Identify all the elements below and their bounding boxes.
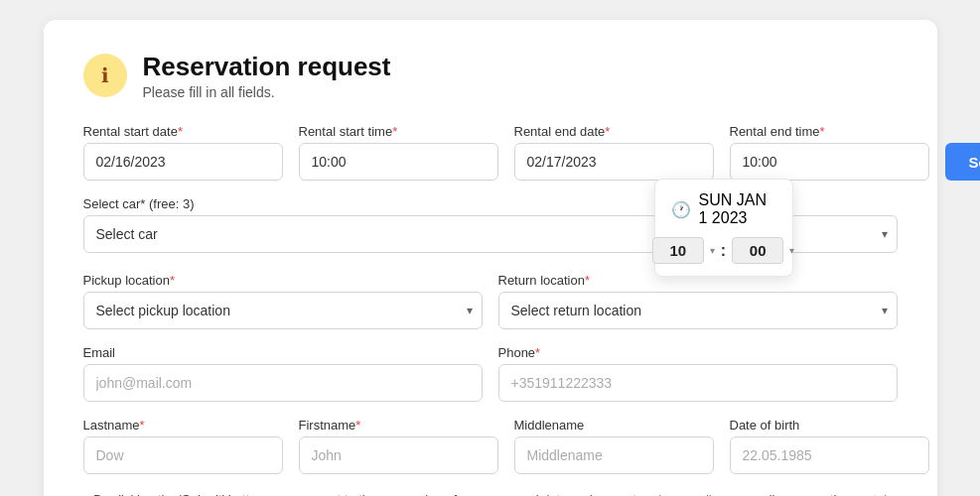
rental-end-date-label: Rental end date* [514,124,714,139]
pickup-location-select[interactable]: Select pickup location [83,292,483,329]
return-location-select[interactable]: Select return location [498,292,898,329]
firstname-label: Firstname* [299,418,498,433]
rental-end-time-group: Rental end time* [730,124,929,181]
lastname-label: Lastname* [83,418,283,433]
info-icon: ℹ [83,54,127,97]
search-button[interactable]: Search [945,143,981,181]
phone-group: Phone* [498,345,898,402]
card-header: ℹ Reservation request Please fill in all… [83,52,898,100]
reservation-card: ℹ Reservation request Please fill in all… [44,20,937,496]
rental-start-date-input[interactable] [83,143,283,181]
rental-end-time-label: Rental end time* [730,124,929,139]
lastname-input[interactable] [83,436,283,474]
dob-group: Date of birth [730,418,929,474]
middlename-input[interactable] [514,436,714,474]
privacy-policy-link[interactable]: privacy policy [647,492,725,496]
time-picker-popup: 🕐 SUN JAN 1 2023 10 11 12 ▾ : 00 15 [654,179,793,277]
email-input[interactable] [83,364,483,402]
popup-day: SUN JAN 1 2023 [699,191,776,227]
rental-start-time-input[interactable] [299,143,498,181]
firstname-group: Firstname* [299,418,498,474]
dates-row: Rental start date* Rental start time* Re… [83,124,898,181]
email-group: Email [83,345,483,402]
middlename-group: Middlename [514,418,714,474]
pickup-location-wrapper: Select pickup location ▾ [83,292,483,329]
pickup-location-group: Pickup location* Select pickup location … [83,273,483,329]
hour-chevron-icon: ▾ [710,245,715,256]
time-popup-selects: 10 11 12 ▾ : 00 15 30 45 ▾ [652,237,794,264]
minute-select[interactable]: 00 15 30 45 [732,237,783,264]
rental-start-time-label: Rental start time* [299,124,498,139]
consent-text: By clicking the 'Submit' button, you con… [83,490,898,496]
time-colon: : [721,242,726,260]
phone-label: Phone* [498,345,898,360]
page-subtitle: Please fill in all fields. [143,84,391,100]
hour-select[interactable]: 10 11 12 [652,237,704,264]
rental-start-date-label: Rental start date* [83,124,283,139]
dob-input[interactable] [730,436,929,474]
lastname-group: Lastname* [83,418,283,474]
email-label: Email [83,345,483,360]
pickup-location-label: Pickup location* [83,273,483,288]
rental-end-time-input[interactable] [730,143,929,181]
popup-date-header: SUN JAN 1 2023 [699,191,776,227]
rental-start-date-group: Rental start date* [83,124,283,181]
rental-end-date-input[interactable] [514,143,714,181]
firstname-input[interactable] [299,436,498,474]
clock-icon: 🕐 [671,200,691,219]
return-location-group: Return location* Select return location … [498,273,898,329]
minute-chevron-icon: ▾ [789,245,794,256]
rental-end-date-group: Rental end date* [514,124,714,181]
dob-label: Date of birth [730,418,929,433]
page-title: Reservation request [143,52,391,82]
rental-start-time-group: Rental start time* [299,124,498,181]
location-row: Pickup location* Select pickup location … [83,273,898,329]
contact-row: Email Phone* [83,345,898,402]
header-text: Reservation request Please fill in all f… [143,52,391,100]
return-location-wrapper: Select return location ▾ [498,292,898,329]
middlename-label: Middlename [514,418,714,433]
name-row: Lastname* Firstname* Middlename Date of … [83,418,898,474]
phone-input[interactable] [498,364,898,402]
popup-clock-row: 🕐 SUN JAN 1 2023 [671,191,776,227]
